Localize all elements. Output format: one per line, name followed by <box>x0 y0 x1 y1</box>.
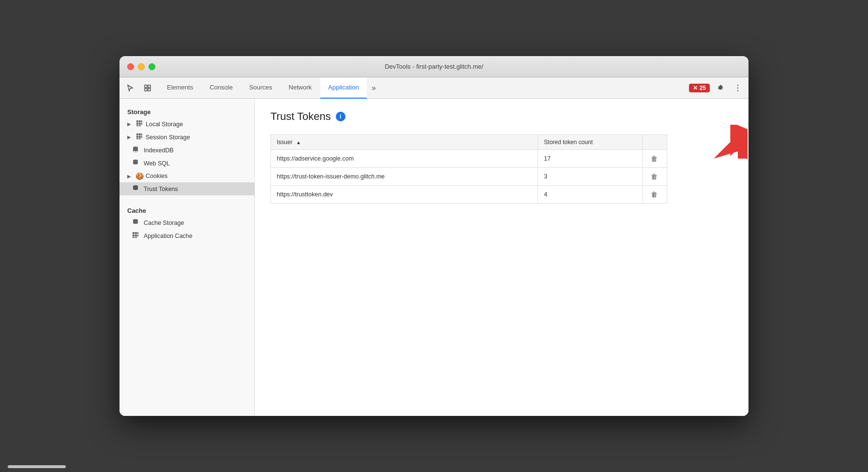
count-cell: 3 <box>538 168 643 186</box>
sidebar: Storage ▶ Local Storage ▶ <box>120 99 255 416</box>
tab-elements[interactable]: Elements <box>159 77 201 99</box>
chevron-right-icon: ▶ <box>127 121 133 127</box>
count-cell: 4 <box>538 186 643 204</box>
svg-rect-33 <box>133 237 135 238</box>
sort-icon: ▲ <box>296 140 301 145</box>
tab-bar: Elements Console Sources Network Applica… <box>120 77 748 99</box>
inspect-icon[interactable] <box>141 81 154 95</box>
title-bar: DevTools - first-party-test.glitch.me/ <box>120 56 748 77</box>
svg-rect-9 <box>141 120 142 122</box>
more-tabs-button[interactable]: » <box>368 77 380 99</box>
db-icon <box>131 159 140 167</box>
red-arrow-indicator <box>709 125 748 165</box>
db-icon <box>131 219 140 227</box>
svg-point-6 <box>737 90 738 91</box>
sidebar-item-trust-tokens[interactable]: Trust Tokens <box>120 182 254 195</box>
delete-button[interactable]: 🗑 <box>649 190 659 199</box>
settings-button[interactable] <box>714 81 727 95</box>
info-icon[interactable]: i <box>336 112 345 121</box>
db-icon <box>131 185 140 193</box>
svg-rect-32 <box>137 235 138 236</box>
devtools-container: Elements Console Sources Network Applica… <box>120 77 748 416</box>
traffic-lights <box>127 63 155 70</box>
svg-rect-20 <box>141 136 142 138</box>
sidebar-item-local-storage[interactable]: ▶ Local Storage <box>120 118 254 131</box>
grid-icon <box>135 120 144 128</box>
delete-button[interactable]: 🗑 <box>649 172 659 181</box>
col-header-issuer[interactable]: Issuer ▲ <box>271 135 538 150</box>
svg-rect-2 <box>145 88 147 91</box>
toolbar-right: ✕ 25 <box>689 81 745 95</box>
error-count: 25 <box>700 85 706 91</box>
trust-tokens-label: Trust Tokens <box>144 186 247 192</box>
issuer-cell: https://trusttoken.dev <box>271 186 538 204</box>
cursor-icon[interactable] <box>123 81 137 95</box>
grid-icon <box>131 232 140 240</box>
svg-rect-22 <box>139 138 141 139</box>
tab-console[interactable]: Console <box>202 77 240 99</box>
sidebar-item-session-storage[interactable]: ▶ Session Storage <box>120 131 254 144</box>
delete-button[interactable]: 🗑 <box>649 154 659 163</box>
svg-rect-12 <box>141 123 142 125</box>
db-icon <box>131 146 140 154</box>
sidebar-item-web-sql[interactable]: Web SQL <box>120 157 254 170</box>
trust-tokens-table: Issuer ▲ Stored token count <box>270 134 667 204</box>
sidebar-item-indexeddb[interactable]: IndexedDB <box>120 144 254 157</box>
action-cell: 🗑 <box>643 168 667 186</box>
session-storage-label: Session Storage <box>146 134 247 141</box>
web-sql-label: Web SQL <box>144 160 247 167</box>
table-row: https://trusttoken.dev 4 🗑 <box>271 186 667 204</box>
svg-rect-19 <box>139 136 141 138</box>
svg-rect-1 <box>148 85 150 88</box>
local-storage-label: Local Storage <box>146 121 247 128</box>
action-cell: 🗑 <box>643 150 667 168</box>
svg-point-5 <box>737 87 738 88</box>
red-arrow-icon <box>709 125 748 163</box>
window-title: DevTools - first-party-test.glitch.me/ <box>385 63 483 70</box>
tab-network[interactable]: Network <box>281 77 320 99</box>
svg-rect-34 <box>135 237 137 238</box>
maximize-button[interactable] <box>149 63 155 70</box>
svg-rect-0 <box>145 85 147 88</box>
tab-application[interactable]: Application <box>320 77 367 99</box>
svg-rect-16 <box>139 133 141 135</box>
issuer-cell: https://trust-token-issuer-demo.glitch.m… <box>271 168 538 186</box>
svg-rect-15 <box>136 133 138 135</box>
chevron-right-icon: ▶ <box>127 134 133 140</box>
svg-rect-10 <box>136 123 138 125</box>
svg-rect-18 <box>136 136 138 138</box>
svg-rect-29 <box>137 232 138 234</box>
content-area: Trust Tokens i Issuer ▲ <box>255 99 748 416</box>
page-title: Trust Tokens <box>270 110 331 123</box>
error-x-icon: ✕ <box>693 85 698 91</box>
svg-rect-17 <box>141 133 142 135</box>
col-header-token-count[interactable]: Stored token count <box>538 135 643 150</box>
svg-rect-21 <box>136 138 138 139</box>
col-header-actions <box>643 135 667 150</box>
close-button[interactable] <box>127 63 134 70</box>
issuer-cell: https://adservice.google.com <box>271 150 538 168</box>
table-row: https://adservice.google.com 17 🗑 <box>271 150 667 168</box>
menu-button[interactable] <box>731 81 745 95</box>
cache-section-title: Cache <box>120 203 254 216</box>
browser-window: DevTools - first-party-test.glitch.me/ <box>120 56 748 416</box>
toolbar-left <box>123 81 154 95</box>
minimize-button[interactable] <box>138 63 145 70</box>
svg-rect-11 <box>139 123 141 125</box>
svg-rect-14 <box>139 125 141 126</box>
application-cache-label: Application Cache <box>144 233 247 239</box>
svg-rect-7 <box>136 120 138 122</box>
table-container: Issuer ▲ Stored token count <box>270 134 733 204</box>
sidebar-item-cookies[interactable]: ▶ 🍪 Cookies <box>120 170 254 182</box>
chevron-right-icon: ▶ <box>127 174 133 179</box>
tab-sources[interactable]: Sources <box>241 77 280 99</box>
main-area: Storage ▶ Local Storage ▶ <box>120 99 748 416</box>
indexeddb-label: IndexedDB <box>144 147 247 154</box>
sidebar-item-application-cache[interactable]: Application Cache <box>120 229 254 242</box>
svg-rect-8 <box>139 120 141 122</box>
sidebar-item-cache-storage[interactable]: Cache Storage <box>120 216 254 229</box>
grid-icon <box>135 133 144 141</box>
svg-point-4 <box>737 85 738 86</box>
svg-rect-28 <box>135 232 137 234</box>
error-badge[interactable]: ✕ 25 <box>689 84 710 92</box>
